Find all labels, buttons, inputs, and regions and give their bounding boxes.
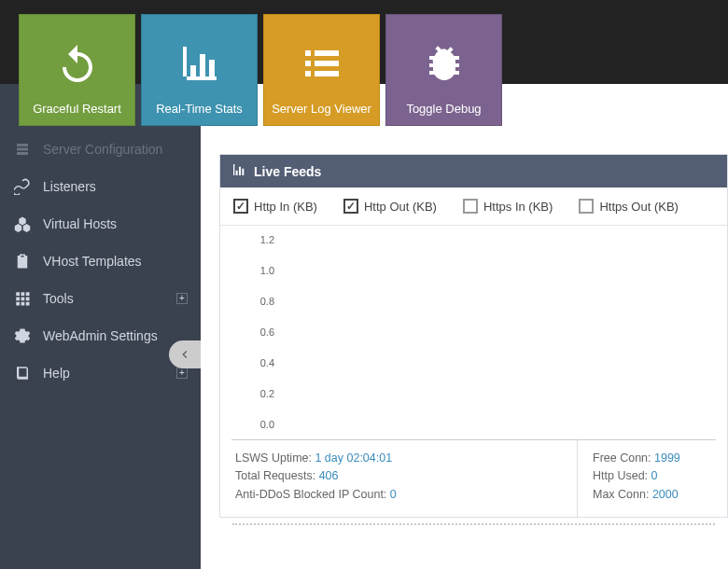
list-icon bbox=[300, 24, 344, 102]
gear-icon bbox=[13, 326, 32, 345]
y-tick: 0.4 bbox=[241, 358, 274, 368]
tile-label: Graceful Restart bbox=[33, 102, 121, 116]
sidebar-item-label: WebAdmin Settings bbox=[43, 328, 158, 343]
y-tick: 0.2 bbox=[241, 389, 274, 399]
tile-label: Toggle Debug bbox=[406, 102, 481, 116]
filter-label: Http Out (KB) bbox=[364, 200, 437, 214]
y-tick: 0.0 bbox=[241, 420, 274, 430]
sidebar-item-listeners[interactable]: Listeners bbox=[0, 168, 201, 205]
action-tiles: Graceful Restart Real-Time Stats Server … bbox=[19, 14, 502, 126]
tile-label: Server Log Viewer bbox=[272, 102, 371, 116]
panel-title: Live Feeds bbox=[254, 164, 321, 179]
sidebar: Server Configuration Listeners Virtual H… bbox=[0, 84, 201, 569]
tile-label: Real-Time Stats bbox=[156, 102, 243, 116]
sidebar-item-server-configuration[interactable]: Server Configuration bbox=[0, 131, 201, 168]
restart-icon bbox=[55, 24, 100, 102]
sidebar-item-label: Server Configuration bbox=[43, 142, 162, 157]
sidebar-item-label: Help bbox=[43, 366, 70, 381]
filter-http-in[interactable]: Http In (KB) bbox=[233, 199, 317, 214]
stat-total-requests: Total Requests: 406 bbox=[235, 467, 562, 485]
chart-icon bbox=[231, 162, 246, 180]
sidebar-item-label: VHost Templates bbox=[43, 254, 142, 269]
stats-left: LSWS Uptime: 1 day 02:04:01 Total Reques… bbox=[220, 440, 578, 517]
divider bbox=[232, 523, 715, 525]
server-log-viewer-tile[interactable]: Server Log Viewer bbox=[263, 14, 380, 126]
filter-label: Https In (KB) bbox=[483, 200, 553, 214]
realtime-stats-tile[interactable]: Real-Time Stats bbox=[141, 14, 258, 126]
panel-header: Live Feeds bbox=[220, 155, 727, 187]
live-feeds-panel: Live Feeds Http In (KB) Http Out (KB) Ht… bbox=[219, 154, 728, 518]
stat-http-used: Http Used: 0 bbox=[593, 467, 712, 485]
filter-label: Http In (KB) bbox=[254, 200, 317, 214]
stat-blocked-ip: Anti-DDoS Blocked IP Count: 0 bbox=[235, 486, 562, 504]
stat-max-conn: Max Conn: 2000 bbox=[593, 486, 712, 504]
checkbox-icon bbox=[579, 199, 594, 214]
y-tick: 0.8 bbox=[241, 297, 274, 307]
sidebar-item-vhost-templates[interactable]: VHost Templates bbox=[0, 243, 201, 280]
toggle-debug-tile[interactable]: Toggle Debug bbox=[385, 14, 502, 126]
grid-icon bbox=[13, 289, 32, 308]
bug-icon bbox=[422, 24, 467, 102]
checkbox-icon bbox=[343, 199, 358, 214]
stats-right: Free Conn: 1999 Http Used: 0 Max Conn: 2… bbox=[578, 440, 727, 517]
stat-uptime: LSWS Uptime: 1 day 02:04:01 bbox=[235, 450, 562, 467]
live-feed-chart: 1.2 1.0 0.8 0.6 0.4 0.2 0.0 bbox=[231, 226, 716, 440]
checkbox-icon bbox=[463, 199, 478, 214]
sidebar-item-label: Tools bbox=[43, 291, 74, 306]
server-icon bbox=[13, 140, 32, 159]
y-tick: 0.6 bbox=[241, 327, 274, 338]
stats-icon bbox=[177, 24, 222, 102]
main-content: Live Feeds Http In (KB) Http Out (KB) Ht… bbox=[201, 140, 728, 569]
sidebar-item-label: Listeners bbox=[43, 179, 96, 194]
book-icon bbox=[13, 364, 32, 382]
y-axis-ticks: 1.2 1.0 0.8 0.6 0.4 0.2 0.0 bbox=[241, 235, 274, 430]
cubes-icon bbox=[13, 215, 32, 233]
filter-label: Https Out (KB) bbox=[599, 200, 679, 214]
filter-http-out[interactable]: Http Out (KB) bbox=[343, 199, 437, 214]
y-tick: 1.0 bbox=[241, 266, 274, 276]
filter-https-in[interactable]: Https In (KB) bbox=[463, 199, 553, 214]
feed-filters: Http In (KB) Http Out (KB) Https In (KB)… bbox=[220, 187, 727, 226]
stat-free-conn: Free Conn: 1999 bbox=[593, 450, 712, 467]
sidebar-item-tools[interactable]: Tools + bbox=[0, 280, 201, 317]
stats-row: LSWS Uptime: 1 day 02:04:01 Total Reques… bbox=[220, 440, 727, 517]
sidebar-item-label: Virtual Hosts bbox=[43, 216, 117, 231]
filter-https-out[interactable]: Https Out (KB) bbox=[579, 199, 679, 214]
expand-icon: + bbox=[176, 368, 188, 379]
y-tick: 1.2 bbox=[241, 235, 274, 245]
sidebar-collapse-button[interactable] bbox=[169, 340, 201, 368]
expand-icon: + bbox=[176, 293, 188, 304]
clipboard-icon bbox=[13, 252, 32, 271]
link-icon bbox=[13, 177, 32, 196]
checkbox-icon bbox=[233, 199, 248, 214]
sidebar-item-virtual-hosts[interactable]: Virtual Hosts bbox=[0, 205, 201, 243]
graceful-restart-tile[interactable]: Graceful Restart bbox=[19, 14, 135, 126]
